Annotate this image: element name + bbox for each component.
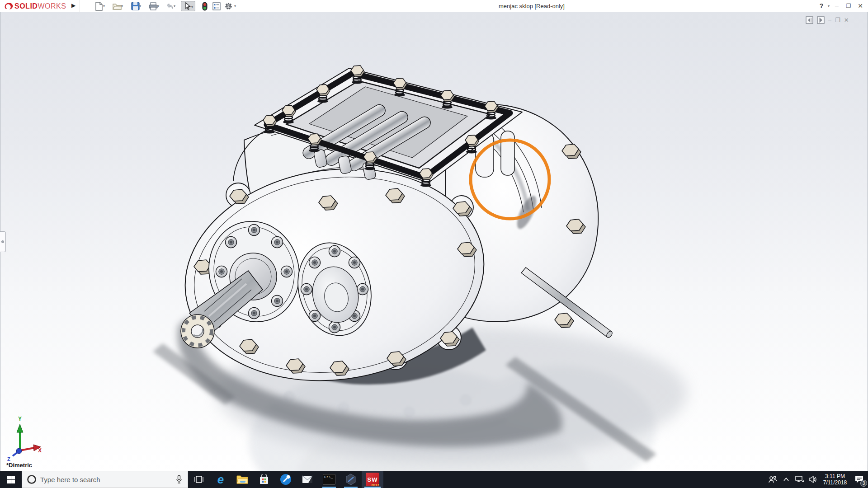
undo-icon [165, 3, 174, 10]
microphone-icon[interactable] [176, 475, 182, 484]
select-dropdown-caret[interactable]: ▾ [191, 5, 193, 9]
document-title: menjac sklop [Read-only] [499, 3, 565, 9]
brand-text-works: WORKS [38, 2, 66, 10]
file-properties-button[interactable] [211, 1, 222, 11]
cortana-icon [27, 474, 37, 484]
people-button[interactable] [766, 471, 779, 488]
triad-z-label: Z [7, 456, 10, 461]
undo-dropdown-caret[interactable]: ▾ [174, 4, 175, 8]
task-view-button[interactable] [188, 471, 210, 488]
taskbar-app-command-prompt[interactable]: C:\_ [318, 471, 340, 488]
options-gear-icon [224, 2, 233, 10]
hexagon-app-icon [344, 473, 357, 486]
clock[interactable]: 3:11 PM 7/11/2018 [820, 473, 850, 486]
mail-icon [302, 475, 313, 483]
options-button[interactable] [222, 1, 234, 11]
new-document-icon [95, 2, 103, 11]
toolbar-separator [80, 0, 80, 12]
system-tray: 3:11 PM 7/11/2018 3 [766, 471, 868, 488]
chevron-up-icon [783, 478, 789, 481]
save-dropdown-caret[interactable]: ▾ [139, 4, 141, 8]
taskbar-app-mail[interactable] [297, 471, 318, 488]
save-floppy-icon [131, 2, 140, 10]
taskbar-search-box[interactable]: Type here to search [22, 471, 188, 488]
triad-y-label: Y [18, 416, 22, 422]
toolbar-flyout-arrow[interactable]: ▶ [71, 2, 75, 9]
network-icon [795, 476, 804, 483]
print-icon [149, 2, 158, 10]
expand-pane-right-icon[interactable] [817, 16, 825, 24]
doc-close-button[interactable]: ✕ [844, 17, 849, 23]
solidworks-window: SOLID WORKS ▶ ▾ ▾ ▾ [0, 0, 868, 488]
clock-time: 3:11 PM [820, 473, 850, 479]
task-view-icon [194, 475, 203, 483]
graphics-viewport[interactable] [0, 12, 868, 471]
taskbar-app-support-tool[interactable] [275, 471, 297, 488]
taskbar-app-solidworks[interactable]: SW 2017 [362, 471, 383, 488]
command-prompt-icon: C:\_ [323, 474, 335, 485]
solidworks-logo: SOLID WORKS [4, 1, 66, 11]
taskbar: Type here to search e [0, 471, 868, 488]
network-button[interactable] [793, 471, 807, 488]
select-cursor-icon [185, 2, 191, 10]
feature-manager-collapsed-tab[interactable] [0, 231, 6, 252]
speaker-icon [809, 476, 817, 483]
people-icon [768, 476, 777, 483]
close-button[interactable]: ✕ [855, 2, 865, 10]
rebuild-traffic-light-icon [202, 2, 208, 11]
action-center-button[interactable]: 3 [850, 471, 868, 488]
rebuild-button[interactable] [199, 1, 211, 11]
edge-icon: e [217, 473, 224, 487]
restore-button[interactable]: ❐ [844, 2, 854, 10]
taskbar-app-file-explorer[interactable] [231, 471, 253, 488]
search-placeholder: Type here to search [40, 476, 176, 483]
brand-text-solid: SOLID [14, 2, 38, 10]
doc-minimize-button[interactable]: ─ [828, 18, 831, 23]
minimize-button[interactable]: ─ [832, 2, 842, 10]
title-bar: SOLID WORKS ▶ ▾ ▾ ▾ [0, 0, 868, 12]
doc-restore-button[interactable]: ❐ [835, 17, 840, 23]
print-dropdown-caret[interactable]: ▾ [157, 4, 159, 8]
open-folder-icon [113, 2, 122, 10]
open-dropdown-caret[interactable]: ▾ [121, 4, 123, 8]
taskbar-app-hexagon[interactable] [340, 471, 362, 488]
taskbar-app-store[interactable] [253, 471, 275, 488]
file-explorer-icon [236, 474, 248, 484]
start-button[interactable] [0, 471, 22, 488]
document-window-controls: ─ ❐ ✕ [806, 16, 849, 24]
triad-x-label: X [38, 447, 42, 454]
taskbar-app-edge[interactable]: e [210, 471, 231, 488]
dassault-logo-mark [4, 1, 14, 11]
notification-badge: 3 [860, 480, 867, 487]
new-dropdown-caret[interactable]: ▾ [103, 4, 105, 8]
clock-date: 7/11/2018 [820, 479, 850, 486]
reference-triad[interactable]: Y X Z [2, 413, 42, 461]
view-orientation-label: *Dimetric [6, 462, 32, 469]
windows-logo-icon [7, 476, 15, 483]
solidworks-app-icon: SW 2017 [366, 473, 379, 486]
file-properties-icon [212, 2, 221, 10]
volume-button[interactable] [807, 471, 820, 488]
options-dropdown-caret[interactable]: ▾ [234, 4, 236, 8]
wrench-circle-icon [280, 474, 292, 485]
store-icon [259, 474, 269, 485]
select-button[interactable]: ▾ [181, 1, 195, 11]
tray-overflow-button[interactable] [779, 471, 793, 488]
expand-pane-left-icon[interactable] [806, 16, 813, 24]
tab-grip-dot [1, 240, 4, 243]
